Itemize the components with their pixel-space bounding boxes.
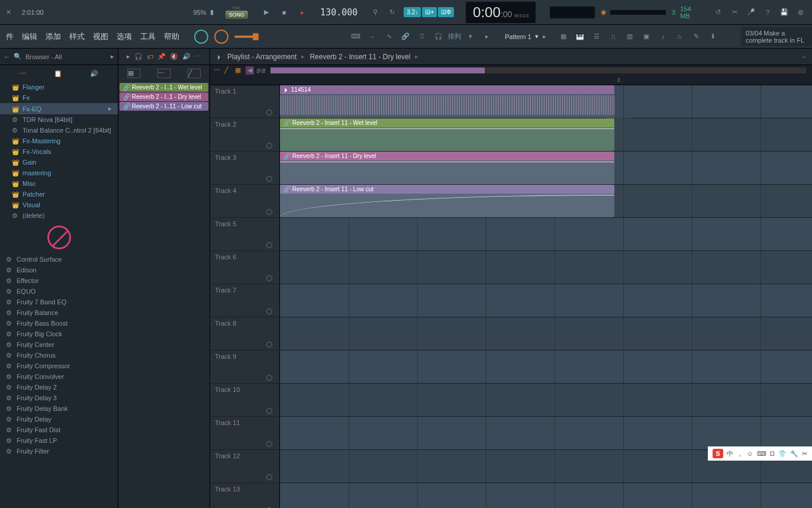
track-mute-led[interactable] — [266, 110, 272, 115]
browser-item[interactable]: Tonal Balance C..ntrol 2 [64bit] — [0, 125, 118, 136]
picker-headphone-icon[interactable]: 🎧 — [134, 53, 143, 60]
menu-4[interactable]: 视图 — [89, 29, 112, 44]
stop-button[interactable]: ■ — [278, 6, 291, 19]
browser-item[interactable]: Fx-Vocals — [0, 146, 118, 157]
render-icon[interactable]: ◍ — [794, 6, 807, 19]
menu-0[interactable]: 件 — [2, 29, 17, 44]
menu-5[interactable]: 选项 — [113, 29, 136, 44]
browser-item[interactable]: Patcher — [0, 189, 118, 200]
song-mode-button[interactable]: SONG — [225, 11, 249, 19]
ime-screenshot-icon[interactable]: ✂ — [802, 450, 807, 458]
picker-tab-2[interactable]: 〰 — [157, 69, 170, 78]
picker-speaker-icon[interactable]: 🔊 — [182, 53, 191, 60]
snap-3[interactable]: ШФ — [438, 7, 454, 17]
metronome-icon[interactable]: ⚲ — [368, 5, 382, 20]
track-header[interactable]: Track 2 — [210, 118, 280, 151]
browser-item[interactable]: Fruity Chorus — [0, 350, 118, 361]
browser-item[interactable]: Fx — [0, 92, 118, 103]
browser-item[interactable]: Fruity Filter — [0, 446, 118, 456]
cut-icon[interactable]: ✂ — [728, 6, 741, 19]
link-icon[interactable]: 🔗 — [398, 30, 413, 44]
browser-item[interactable]: Edison — [0, 265, 118, 275]
track-lane[interactable]: 🔗 Reeverb 2 - Insert 11 - Low cut — [280, 185, 812, 217]
browser-item[interactable]: Fruity Balance — [0, 307, 118, 318]
arrow-icon[interactable]: → — [365, 30, 379, 44]
snap-2[interactable]: Ш+ — [422, 7, 437, 17]
browser-item[interactable]: Fruity Delay 2 — [0, 382, 118, 393]
tempo-tap-icon[interactable]: ♪ — [656, 30, 670, 44]
browser-menu-icon[interactable]: ▸ — [111, 53, 114, 60]
clip[interactable]: 🔗 Reeverb 2 - Insert 11 - Dry level — [280, 152, 614, 184]
tool-wave-icon[interactable]: 〰 — [214, 66, 222, 75]
track-mute-led[interactable] — [266, 176, 272, 182]
clip-item[interactable]: 🔗 Reeverb 2 - I..11 - Low cut — [120, 102, 208, 111]
track-header[interactable]: Track 9 — [210, 351, 280, 383]
flame-icon[interactable]: ♨ — [672, 30, 687, 44]
browser-item[interactable]: Fx-Mastering — [0, 136, 118, 146]
ime-omega-icon[interactable]: Ω — [770, 450, 775, 457]
piano-icon[interactable]: ⌨ — [349, 30, 363, 44]
picker-play-icon[interactable]: ▸ — [127, 53, 130, 60]
track-lane[interactable] — [280, 351, 812, 383]
pl-play-icon[interactable]: ⏵ — [216, 53, 223, 60]
ime-kbd-icon[interactable]: ⌨ — [757, 450, 766, 458]
pitch-knob[interactable] — [194, 30, 208, 44]
browser-item[interactable]: Fruity Delay Bank — [0, 403, 118, 414]
track-mute-led[interactable] — [266, 441, 272, 447]
browser-item[interactable]: Fruity Big Clock — [0, 329, 118, 339]
browser-icon[interactable]: ▥ — [623, 30, 637, 44]
play-button[interactable]: ▶ — [260, 6, 273, 19]
track-lane[interactable] — [280, 417, 812, 449]
menu-7[interactable]: 帮助 — [160, 29, 183, 44]
minimap[interactable] — [270, 67, 806, 73]
track-area[interactable]: Track 1⏵ 114514Track 2🔗 Reeverb 2 - Inse… — [210, 85, 812, 508]
record-button[interactable]: ● — [295, 6, 308, 19]
browser-item[interactable]: Fx-EQ▸ — [0, 103, 118, 114]
track-header[interactable]: Track 13 — [210, 483, 280, 508]
breadcrumb-2[interactable]: Reeverb 2 - Insert 11 - Dry level — [310, 53, 410, 61]
menu-6[interactable]: 工具 — [137, 29, 159, 44]
browser-list[interactable]: FlangerFxFx-EQ▸TDR Nova [64bit]Tonal Bal… — [0, 82, 118, 456]
breadcrumb-1[interactable]: Playlist - Arrangement — [227, 53, 297, 61]
track-lane[interactable]: 🔗 Reeverb 2 - Insert 11 - Dry level — [280, 152, 812, 184]
browser-item[interactable]: mastering — [0, 168, 118, 178]
tower-icon[interactable]: ♖ — [415, 30, 429, 44]
download-icon[interactable]: ⬇ — [705, 30, 720, 44]
ime-skin-icon[interactable]: 👕 — [778, 450, 787, 458]
track-mute-led[interactable] — [266, 242, 272, 248]
search-icon[interactable]: 🔍 — [14, 53, 22, 60]
track-header[interactable]: Track 4 — [210, 185, 280, 217]
track-lane[interactable] — [280, 218, 812, 250]
channel-rack-icon[interactable]: ☰ — [589, 30, 604, 44]
tool-pattern-icon[interactable]: ▦ — [235, 66, 243, 75]
browser-item[interactable]: Fruity Bass Boost — [0, 318, 118, 329]
browser-item[interactable]: Control Surface — [0, 254, 118, 265]
browser-item[interactable]: Fruity Center — [0, 339, 118, 350]
track-header[interactable]: Track 12 — [210, 450, 280, 483]
ime-toolbar[interactable]: S 中 ， ☺ ⌨ Ω 👕 🔧 ✂ — [708, 446, 812, 461]
track-header[interactable]: Track 7 — [210, 284, 280, 317]
track-lane[interactable] — [280, 483, 812, 508]
browser-item[interactable]: Fruity Delay — [0, 414, 118, 425]
picker-mute-icon[interactable]: 🔇 — [170, 53, 178, 60]
track-header[interactable]: Track 5 — [210, 218, 280, 250]
clip[interactable]: 🔗 Reeverb 2 - Insert 11 - Wet level — [280, 118, 614, 151]
ime-tool-icon[interactable]: 🔧 — [790, 450, 798, 458]
browser-item[interactable]: Misc — [0, 178, 118, 189]
menu-2[interactable]: 添加 — [42, 29, 65, 44]
clip-item[interactable]: 🔗 Reeverb 2 - I..1 - Wet level — [120, 83, 208, 92]
track-header[interactable]: Track 1 — [210, 85, 280, 118]
menu-1[interactable]: 编辑 — [18, 29, 41, 44]
brush-icon[interactable]: ✎ — [689, 30, 703, 44]
browser-item[interactable]: TDR Nova [64bit] — [0, 114, 118, 125]
track-mute-led[interactable] — [266, 209, 272, 215]
countdown-icon[interactable]: ↻ — [385, 5, 399, 20]
track-header[interactable]: Track 3 — [210, 152, 280, 184]
dropdown-icon[interactable]: ▾ — [463, 30, 478, 44]
tool-automation-icon[interactable]: ╱ — [224, 66, 233, 75]
time-display[interactable]: 0:00 :00 M:S:CS — [466, 2, 536, 23]
tool-back-icon[interactable]: ◀ — [246, 66, 254, 75]
folder-tab-icon[interactable]: 📋 — [54, 70, 62, 78]
browser-item[interactable]: Fruity 7 Band EQ — [0, 297, 118, 307]
help-icon[interactable]: ? — [761, 6, 774, 19]
